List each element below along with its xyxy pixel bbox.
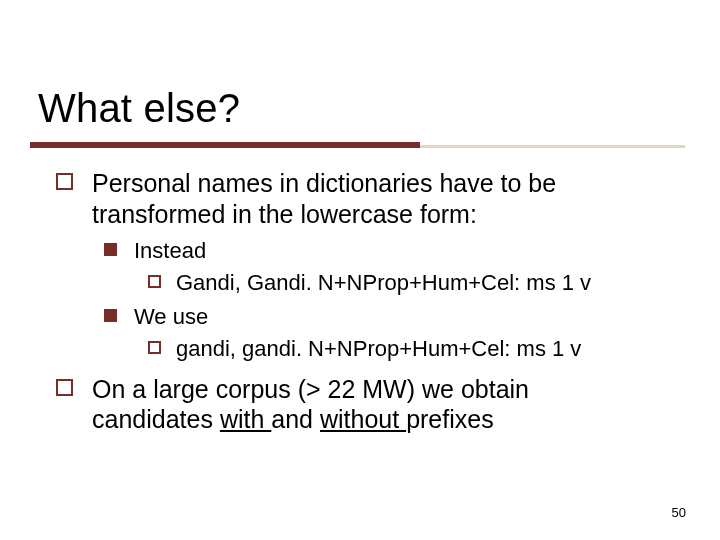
bullet-level2: We use [44, 303, 684, 331]
bullet-text: On a large corpus (> 22 MW) we obtain [92, 375, 529, 403]
bullet-text: transformed in the lowercase form: [92, 200, 477, 228]
page-number: 50 [672, 505, 686, 520]
square-open-icon [56, 173, 73, 190]
bullet-text: We use [134, 304, 208, 329]
bullet-text: Instead [134, 238, 206, 263]
bullet-level1: On a large corpus (> 22 MW) we obtain ca… [44, 374, 684, 435]
bullet-text: and [271, 405, 320, 433]
bullet-text: Personal names in dictionaries have to b… [92, 169, 556, 197]
slide-body: Personal names in dictionaries have to b… [44, 168, 684, 443]
square-open-small-icon [148, 341, 161, 354]
slide-title: What else? [38, 86, 240, 131]
underlined-text: with [220, 405, 271, 433]
bullet-text: Gandi, Gandi. N+NProp+Hum+Cel: ms 1 v [176, 270, 591, 295]
underlined-text: without [320, 405, 406, 433]
bullet-text: candidates [92, 405, 220, 433]
bullet-level3: Gandi, Gandi. N+NProp+Hum+Cel: ms 1 v [44, 269, 684, 297]
bullet-text: gandi, gandi. N+NProp+Hum+Cel: ms 1 v [176, 336, 581, 361]
title-underline-dark [30, 142, 420, 148]
bullet-level3: gandi, gandi. N+NProp+Hum+Cel: ms 1 v [44, 335, 684, 363]
bullet-level2: Instead [44, 237, 684, 265]
title-underline-light [420, 145, 685, 148]
slide: What else? Personal names in dictionarie… [0, 0, 720, 540]
square-filled-icon [104, 309, 117, 322]
bullet-level1: Personal names in dictionaries have to b… [44, 168, 684, 229]
square-filled-icon [104, 243, 117, 256]
square-open-icon [56, 379, 73, 396]
square-open-small-icon [148, 275, 161, 288]
bullet-text: prefixes [406, 405, 494, 433]
